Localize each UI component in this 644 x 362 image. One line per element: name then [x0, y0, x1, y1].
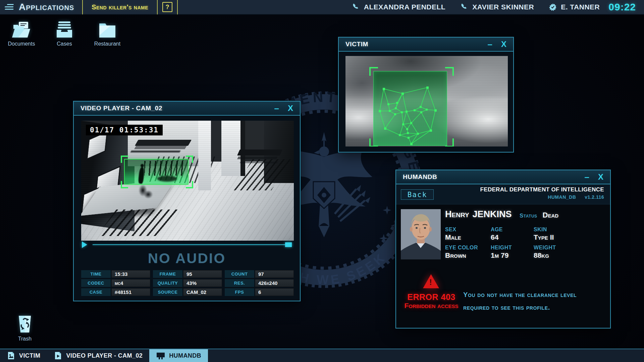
humandb-window-titlebar[interactable]: HUMANDB – X — [396, 170, 610, 184]
video-window-titlebar[interactable]: VIDEO PLAYER - CAM_02 – X — [74, 102, 300, 116]
field-value-sex: Male — [445, 233, 491, 241]
minimize-button[interactable]: – — [488, 41, 492, 48]
clearance-message: You do not have the clearance level requ… — [463, 288, 611, 314]
hamburger-menu-icon[interactable] — [4, 4, 16, 10]
video-metadata-table: TIME 15:33 FRAME 95 COUNT 97 CODEC mc4 Q… — [81, 270, 294, 296]
back-button[interactable]: Back — [401, 189, 434, 200]
topbar-divider — [157, 0, 158, 14]
access-error: ERROR 403 Forbidden access You do not ha… — [396, 271, 610, 321]
scan-bracket — [445, 138, 454, 146]
stat-frame: FRAME 95 — [153, 270, 222, 278]
scan-bracket — [186, 156, 193, 163]
play-button[interactable] — [82, 241, 87, 248]
desktop-icon-trash[interactable]: Trash — [8, 314, 42, 342]
seek-handle[interactable] — [285, 242, 292, 247]
stat-quality: QUALITY 43% — [153, 279, 222, 287]
seek-bar[interactable] — [93, 244, 292, 245]
desktop-icon-documents[interactable]: Documents — [4, 21, 39, 47]
scan-bracket — [186, 181, 193, 188]
stat-fps: FPS 6 — [225, 288, 294, 296]
taskbar-label: VIDEO PLAYER - CAM_02 — [66, 352, 143, 359]
field-value-age: 64 — [491, 233, 534, 241]
profile-status: Status Dead — [520, 211, 558, 220]
stat-case: CASE #48151 — [81, 288, 150, 296]
icon-label: Restaurant — [94, 41, 120, 47]
send-killers-name-button[interactable]: Send killer's name — [92, 3, 148, 11]
db-name: HUMAN_DB — [548, 194, 576, 200]
desktop: DEPARTMENT INTELLIGENCE TRUTH WE SEEK — [0, 0, 644, 362]
victim-window-titlebar[interactable]: VICTIM – X — [339, 38, 513, 52]
field-label-skin: SKIN — [534, 227, 603, 233]
field-label-sex: SEX — [445, 227, 491, 233]
contact-xavier-skinner[interactable]: XAVIER SKINNER — [460, 3, 534, 11]
stat-count: COUNT 97 — [225, 270, 294, 278]
suspect-silhouette — [138, 185, 154, 198]
agent-profile[interactable]: E. TANNER — [549, 3, 600, 11]
window-title: VIDEO PLAYER - CAM_02 — [80, 105, 162, 112]
face-detection-zone — [373, 71, 447, 146]
db-version: v1.2.116 — [585, 194, 604, 200]
victim-surveillance-still — [345, 56, 508, 146]
error-code: ERROR 403 — [396, 292, 467, 302]
window-title: HUMANDB — [403, 173, 437, 181]
trash-recycle-icon — [17, 314, 33, 333]
close-button[interactable]: X — [501, 40, 506, 49]
profile-photo — [401, 209, 441, 259]
minimize-button[interactable]: – — [274, 105, 279, 112]
contact-name: ALEXANDRA PENDELL — [364, 3, 445, 11]
scan-bracket — [369, 67, 378, 76]
icon-label: Documents — [8, 41, 35, 47]
field-label-age: AGE — [491, 227, 534, 233]
help-button[interactable]: ? — [162, 2, 172, 12]
desktop-icon-cases[interactable]: Cases — [47, 21, 82, 47]
field-label-weight: WEIGHT — [534, 245, 603, 251]
stat-source: SOURCE CAM_02 — [153, 288, 222, 296]
scan-bracket — [121, 156, 128, 163]
applications-menu[interactable]: Applications — [19, 2, 74, 12]
contact-alexandra-pendell[interactable]: ALEXANDRA PENDELL — [352, 3, 445, 11]
taskbar-label: VICTIM — [19, 352, 40, 359]
image-file-icon — [7, 351, 15, 360]
phone-icon — [352, 3, 360, 11]
stat-codec: CODEC mc4 — [81, 279, 150, 287]
scan-bracket — [121, 181, 128, 188]
profile-fields: SEX AGE SKIN Male 64 Type II EYE COLOR H… — [445, 224, 603, 259]
contact-name: XAVIER SKINNER — [472, 3, 534, 11]
taskbar-label: HUMANDB — [169, 352, 201, 359]
cctv-footage: 01/17 01:53:31 — [81, 121, 294, 241]
window-title: VICTIM — [345, 41, 368, 48]
field-label-height: HEIGHT — [491, 245, 534, 251]
no-audio-label: NO AUDIO — [74, 250, 300, 266]
stat-time: TIME 15:33 — [81, 270, 150, 278]
figure-silhouette — [138, 167, 145, 184]
field-value-height: 1m 79 — [491, 251, 534, 259]
field-value-weight: 88kg — [534, 251, 603, 259]
scan-bracket — [369, 138, 378, 146]
icon-label: Trash — [18, 336, 32, 342]
scan-bracket — [445, 67, 454, 76]
victim-window: VICTIM – X — [338, 37, 514, 153]
desktop-icon-restaurant[interactable]: Restaurant — [90, 21, 125, 47]
humandb-window: HUMANDB – X Back FEDERAL DEPARTMENT OF I… — [395, 170, 611, 328]
taskbar: VICTIM VIDEO PLAYER - CAM_02 HUMANDB — [0, 349, 644, 362]
clock: 09:22 — [608, 1, 636, 13]
agent-name: E. TANNER — [561, 3, 600, 11]
video-timestamp: 01/17 01:53:31 — [86, 125, 163, 135]
field-value-eye-color: Brown — [445, 251, 491, 259]
humandb-header: Back FEDERAL DEPARTMENT OF INTELLIGENCE … — [396, 184, 610, 204]
taskbar-item-humandb[interactable]: HUMANDB — [149, 349, 208, 362]
minimize-button[interactable]: – — [585, 174, 589, 180]
stat-resolution: RES. 426x240 — [225, 279, 294, 287]
close-button[interactable]: X — [288, 104, 293, 113]
motion-detection-box — [124, 159, 189, 185]
warning-triangle-icon — [423, 274, 439, 288]
taskbar-item-victim[interactable]: VICTIM — [0, 349, 47, 362]
taskbar-item-video-player[interactable]: VIDEO PLAYER - CAM_02 — [47, 349, 149, 362]
org-name: FEDERAL DEPARTMENT OF INTELLIGENCE — [480, 186, 604, 193]
status-badge: Dead — [543, 211, 559, 220]
video-transport-controls — [81, 240, 294, 249]
close-button[interactable]: X — [598, 172, 603, 182]
database-building-icon — [156, 351, 165, 360]
topbar-divider — [82, 0, 83, 14]
error-subtitle: Forbidden access — [396, 302, 467, 310]
